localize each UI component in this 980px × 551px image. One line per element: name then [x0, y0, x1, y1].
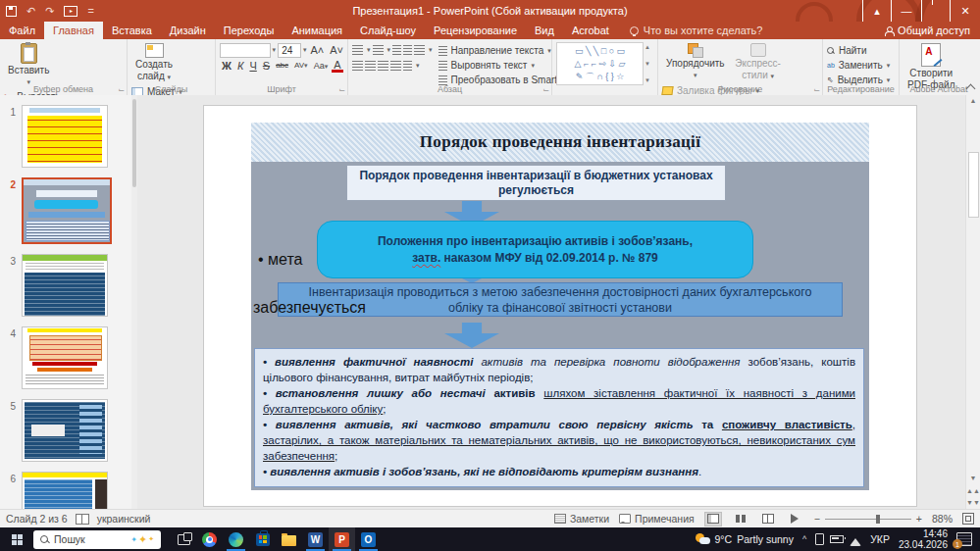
start-button[interactable] [0, 527, 33, 551]
zoom-out-button[interactable]: − [814, 513, 820, 525]
notification-center-button[interactable]: 1 [956, 532, 972, 546]
scroll-up-icon[interactable]: ▲ [966, 97, 980, 104]
character-spacing-button[interactable]: AV▾ [292, 59, 310, 73]
numbering-button[interactable]: ▾ [373, 44, 391, 57]
ribbon-display-options-icon[interactable]: ▴ [862, 0, 892, 22]
show-hidden-icons-button[interactable]: ^ [802, 534, 806, 544]
tab-design[interactable]: Дизайн [161, 22, 215, 39]
slide-box-regulation[interactable]: Положення про інвентаризацію активів і з… [317, 221, 753, 278]
zoom-level[interactable]: 88% [932, 513, 953, 525]
decrease-indent-button[interactable] [392, 44, 401, 57]
arrange-button[interactable]: Упорядочить ▾ [662, 42, 729, 81]
clipboard-dialog-launcher-icon[interactable]: ⌙ [118, 85, 125, 94]
normal-view-button[interactable] [704, 512, 722, 526]
next-slide-icon[interactable]: ▼▼ [966, 499, 980, 506]
scroll-up-icon[interactable]: ▲ [645, 44, 650, 50]
taskbar-file-explorer[interactable] [276, 527, 302, 551]
clock[interactable]: 14:46 23.04.2026 [899, 528, 948, 550]
new-slide-button[interactable]: Создать слайд ▾ [131, 42, 177, 83]
close-button[interactable]: ✕ [951, 0, 980, 22]
shapes-gallery-scroll[interactable]: ▲▼▼ [644, 42, 651, 85]
zoom-slider[interactable] [825, 519, 911, 520]
wifi-icon[interactable] [850, 532, 861, 546]
find-button[interactable]: Найти [827, 44, 890, 57]
battery-icon[interactable] [830, 535, 844, 543]
align-right-button[interactable] [378, 60, 388, 73]
taskbar-store[interactable] [249, 527, 276, 551]
bullets-button[interactable]: ▾ [352, 44, 371, 57]
tab-home[interactable]: Главная [44, 22, 103, 39]
font-size-input[interactable]: 24 [278, 43, 301, 58]
zoom-in-button[interactable]: + [916, 513, 922, 525]
strikethrough-button[interactable]: S [261, 59, 272, 73]
taskbar-outlook[interactable]: O [355, 527, 382, 551]
change-case-button[interactable]: Aa▾ [312, 59, 331, 74]
scroll-down-icon[interactable]: ▼ [966, 475, 980, 481]
justify-button[interactable] [390, 60, 401, 73]
slide-thumbnail-6[interactable] [22, 472, 108, 509]
restore-button[interactable] [921, 0, 951, 22]
italic-button[interactable]: К [235, 59, 245, 73]
slide-thumbnail-1[interactable] [22, 105, 108, 168]
taskbar-edge[interactable] [223, 527, 249, 551]
tab-review[interactable]: Рецензирование [425, 22, 526, 39]
gallery-more-icon[interactable]: ▼ [645, 77, 650, 83]
tab-acrobat[interactable]: Acrobat [563, 22, 618, 39]
slide-thumbnail-2-selected[interactable] [22, 177, 112, 244]
previous-slide-icon[interactable]: ▲▲ [966, 487, 980, 494]
slide-thumbnail-4[interactable] [22, 326, 108, 389]
font-color-button[interactable]: A [332, 60, 342, 73]
share-button[interactable]: Общий доступ [885, 22, 980, 39]
quick-styles-button[interactable]: Экспресс- стили ▾ [731, 42, 785, 82]
taskbar-word[interactable]: W [302, 527, 329, 551]
scroll-down-icon[interactable]: ▼ [645, 61, 650, 67]
align-left-button[interactable] [352, 60, 363, 73]
align-center-button[interactable] [365, 60, 376, 73]
slide-sorter-view-button[interactable] [732, 512, 749, 526]
underline-button[interactable]: Ч [247, 59, 258, 73]
columns-button[interactable]: ▾ [403, 60, 420, 73]
tab-insert[interactable]: Вставка [103, 22, 161, 39]
tab-slideshow[interactable]: Слайд-шоу [351, 22, 425, 39]
tab-animations[interactable]: Анимация [283, 22, 351, 39]
font-name-input[interactable] [220, 43, 271, 58]
shapes-gallery[interactable]: ▭ ╲ ╲ □ ○ ▭ △ ⌐ ⌐ ⇨ ⇩ ▱ ✎ ⌒ ∩ { } ☆ [556, 42, 644, 85]
slide-box-regulated[interactable]: Порядок проведення інвентаризації в бюдж… [346, 165, 726, 201]
font-dialog-launcher-icon[interactable]: ⌙ [338, 85, 345, 94]
bold-button[interactable]: Ж [220, 59, 233, 73]
line-spacing-button[interactable]: ▾ [414, 44, 433, 57]
slideshow-view-button[interactable] [787, 512, 804, 526]
replace-button[interactable]: abЗаменить▾ [827, 59, 890, 72]
tab-file[interactable]: Файл [0, 22, 44, 39]
tab-transitions[interactable]: Переходы [215, 22, 284, 39]
tell-me-box[interactable]: Что вы хотите сделать? [618, 22, 763, 39]
scrollbar-thumb[interactable] [968, 152, 979, 218]
drawing-dialog-launcher-icon[interactable]: ⌙ [813, 85, 820, 94]
tab-view[interactable]: Вид [526, 22, 563, 39]
vertical-scrollbar[interactable]: ▲ ▼ ▲▲ ▼▼ [965, 95, 980, 509]
weather-widget[interactable]: 9°C Partly sunny [696, 533, 794, 545]
paste-button[interactable]: Вставить ▾ [4, 42, 53, 88]
grow-font-button[interactable]: A˄ [308, 43, 326, 57]
language-switcher[interactable]: УКР [870, 533, 890, 545]
notes-button[interactable]: Заметки [554, 513, 609, 526]
reading-view-button[interactable] [759, 512, 777, 526]
language-indicator[interactable]: украинский [97, 513, 151, 525]
spellcheck-icon[interactable] [76, 514, 89, 525]
increase-indent-button[interactable] [403, 44, 412, 57]
taskbar-powerpoint[interactable]: P [329, 527, 355, 551]
zoom-slider-thumb[interactable] [876, 515, 880, 524]
slide-thumbnail-5[interactable] [22, 399, 108, 462]
shadow-button[interactable]: abc [274, 59, 290, 73]
slide-box-bullets[interactable]: • виявлення фактичної наявності активів … [254, 348, 864, 487]
paragraph-dialog-launcher-icon[interactable]: ⌙ [542, 85, 549, 94]
fit-slide-to-window-icon[interactable] [962, 513, 974, 525]
taskbar-chrome[interactable] [196, 527, 223, 551]
shrink-font-button[interactable]: A˅ [328, 43, 345, 57]
phone-link-icon[interactable] [815, 533, 824, 545]
minimize-button[interactable]: — [892, 0, 921, 22]
slide-page[interactable]: Порядок проведення інвентаризації Порядо… [203, 105, 917, 507]
slide-thumbnail-3[interactable] [22, 254, 108, 317]
comments-button[interactable]: Примечания [619, 513, 695, 526]
task-view-button[interactable] [171, 527, 196, 551]
